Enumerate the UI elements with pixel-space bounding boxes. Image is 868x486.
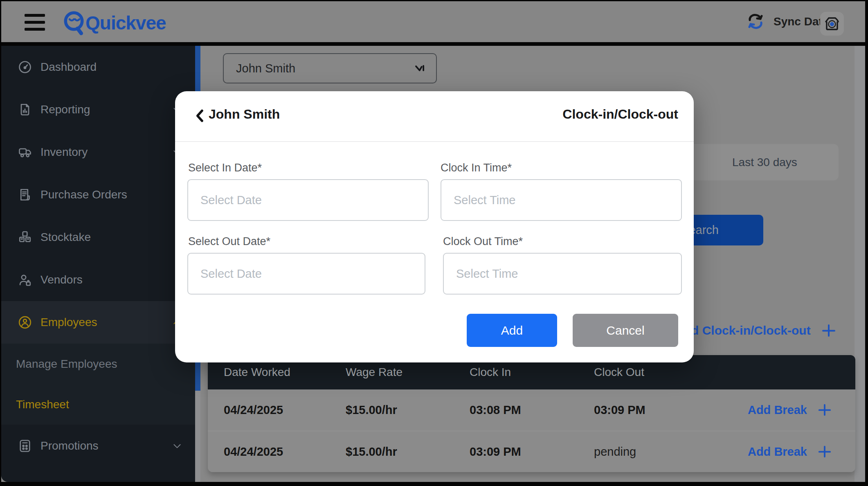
chevron-down-icon — [172, 441, 182, 451]
tab-last-30-days[interactable]: Last 30 days — [732, 144, 797, 180]
modal-subtitle: Clock-in/Clock-out — [562, 107, 678, 122]
sidebar-item-label: Stocktake — [40, 231, 91, 244]
select-in-date-input[interactable] — [187, 179, 429, 221]
select-out-date-label: Select Out Date* — [188, 235, 270, 248]
cell-date-worked: 04/24/2025 — [224, 389, 283, 431]
cell-clock-out: 03:09 PM — [594, 389, 645, 431]
page-scrollbar-track[interactable] — [855, 46, 865, 482]
sidebar-item-vendors[interactable]: Vendors — [1, 259, 196, 301]
quickvee-logo[interactable]: Quickvee — [61, 9, 166, 36]
reporting-icon — [18, 102, 32, 117]
purchase-orders-icon — [18, 187, 32, 202]
timesheet-table: Date WorkedWage RateClock InClock Out 04… — [208, 355, 855, 472]
plus-icon — [821, 323, 836, 338]
sidebar-item-label: Vendors — [40, 273, 83, 286]
vendors-icon — [18, 272, 32, 287]
clock-in-time-input[interactable] — [441, 179, 682, 221]
sidebar-item-label: Purchase Orders — [40, 188, 127, 201]
table-row: 04/24/2025$15.00/hr03:08 PM03:09 PMAdd B… — [208, 389, 855, 431]
clock-in-out-modal: John Smith Clock-in/Clock-out Select In … — [175, 91, 694, 362]
back-chevron-icon[interactable] — [194, 108, 208, 125]
sidebar-item-label: Inventory — [40, 146, 88, 159]
add-break-link[interactable]: Add Break — [748, 431, 832, 472]
top-bar: Quickvee Sync Data — [1, 1, 865, 42]
sidebar-item-label: Employees — [40, 316, 97, 329]
screen-edge — [0, 0, 1, 486]
screen-edge — [0, 482, 868, 486]
sidebar-subitem-label: Manage Employees — [16, 358, 117, 371]
cancel-button[interactable]: Cancel — [573, 314, 678, 347]
add-clock-in-out-link[interactable]: Add Clock-in/Clock-out — [675, 320, 836, 342]
add-clock-in-out-label: Add Clock-in/Clock-out — [675, 324, 811, 338]
select-in-date-label: Select In Date* — [188, 162, 262, 174]
sidebar-item-label: Reporting — [40, 103, 90, 116]
sync-data-button[interactable]: Sync Data — [747, 14, 829, 30]
sync-icon — [747, 14, 765, 30]
employee-select-dropdown[interactable]: John Smith — [223, 53, 437, 83]
header-divider — [0, 42, 868, 46]
sidebar-subitem-manage-employees[interactable]: Manage Employees — [1, 344, 196, 384]
clock-out-time-input[interactable] — [443, 253, 682, 295]
store-icon — [823, 15, 841, 32]
employee-select-value: John Smith — [236, 62, 295, 75]
cell-date-worked: 04/24/2025 — [224, 431, 283, 472]
screen-edge — [865, 0, 868, 486]
add-button[interactable]: Add — [467, 314, 557, 347]
sidebar-item-inventory[interactable]: Inventory — [1, 131, 196, 173]
sidebar-item-employees[interactable]: Employees — [1, 301, 196, 344]
employees-icon — [18, 315, 32, 330]
sidebar-nav: DashboardReportingInventoryPurchase Orde… — [1, 46, 196, 482]
clock-out-time-label: Clock Out Time* — [443, 235, 523, 248]
sidebar-subitem-timesheet[interactable]: Timesheet — [1, 384, 196, 425]
cell-clock-in: 03:09 PM — [470, 431, 521, 472]
stocktake-icon — [18, 230, 32, 245]
sidebar-item-purchase-orders[interactable]: Purchase Orders — [1, 173, 196, 216]
plus-icon — [818, 445, 832, 459]
sidebar-item-reporting[interactable]: Reporting — [1, 88, 196, 131]
hamburger-menu-icon[interactable] — [25, 14, 45, 31]
add-break-label: Add Break — [748, 445, 807, 459]
modal-title: John Smith — [209, 107, 280, 122]
plus-icon — [818, 403, 832, 418]
screen-edge — [0, 0, 868, 1]
dropdown-arrow-icon — [414, 62, 426, 74]
sidebar-subitem-label: Timesheet — [16, 398, 69, 411]
add-break-link[interactable]: Add Break — [748, 389, 832, 431]
cell-clock-in: 03:08 PM — [470, 389, 521, 431]
sidebar-item-label: Promotions — [40, 439, 99, 452]
sidebar-item-dashboard[interactable]: Dashboard — [1, 46, 196, 88]
tab-last-30-days-label: Last 30 days — [732, 156, 797, 169]
cell-clock-out: pending — [594, 431, 636, 472]
quickvee-logo-text: Quickvee — [85, 12, 166, 34]
sidebar-item-label: Dashboard — [40, 61, 97, 74]
cell-wage-rate: $15.00/hr — [346, 431, 397, 472]
modal-header: John Smith Clock-in/Clock-out — [175, 91, 694, 142]
store-account-button[interactable] — [820, 12, 844, 36]
table-row: 04/24/2025$15.00/hr03:09 PMpendingAdd Br… — [208, 431, 855, 472]
clock-in-time-label: Clock In Time* — [441, 162, 512, 174]
select-out-date-input[interactable] — [187, 253, 425, 295]
app-screen: Quickvee Sync Data — [0, 0, 868, 486]
sidebar-item-promotions[interactable]: Promotions — [1, 425, 196, 467]
add-break-label: Add Break — [748, 403, 807, 417]
inventory-icon — [18, 145, 32, 160]
sidebar-item-stocktake[interactable]: Stocktake — [1, 216, 196, 259]
dashboard-icon — [18, 60, 32, 74]
quickvee-logo-icon — [61, 9, 88, 36]
promotions-icon — [18, 439, 32, 453]
employees-submenu: Manage EmployeesTimesheet — [1, 344, 196, 425]
cell-wage-rate: $15.00/hr — [346, 389, 397, 431]
